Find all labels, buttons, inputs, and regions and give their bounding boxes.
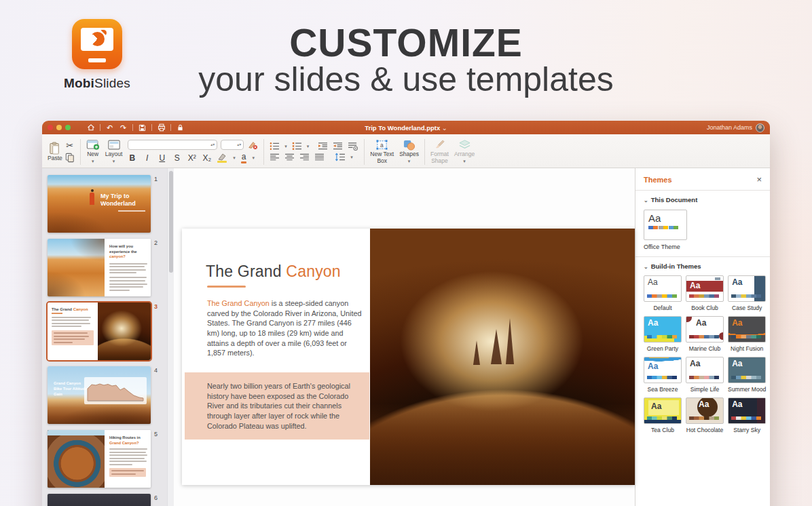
chevron-down-icon[interactable]: ▾ (284, 144, 287, 149)
chevron-down-icon[interactable]: ▾ (350, 155, 353, 160)
subscript-button[interactable]: X₂ (202, 153, 211, 163)
theme-default[interactable]: Aa Default (644, 275, 682, 311)
theme-night-fusion[interactable]: Aa Night Fusion (728, 316, 766, 352)
slide-title-accent: Canyon (286, 262, 340, 280)
slide-5-heading-accent: Grand Canyon? (109, 441, 139, 445)
close-window-button[interactable] (48, 125, 53, 130)
clear-formatting-icon[interactable] (247, 140, 258, 150)
section-this-document[interactable]: ⌄This Document (644, 196, 762, 203)
theme-summer-mood[interactable]: Aa Summer Mood (728, 357, 766, 393)
list-options-icon[interactable] (348, 142, 358, 151)
paste-button[interactable]: Paste (48, 142, 62, 161)
office-theme-label: Office Theme (644, 244, 762, 250)
lock-icon[interactable] (176, 123, 185, 132)
chevron-down-icon[interactable]: ▾ (307, 144, 310, 149)
theme-color-swatches (689, 416, 719, 420)
line-spacing-icon[interactable] (335, 153, 346, 161)
slide-2-photo (48, 239, 105, 296)
numbered-list-icon[interactable] (292, 142, 302, 151)
section-builtin-themes[interactable]: ⌄Build-in Themes (644, 262, 762, 270)
slide-thumbnail-3[interactable]: The Grand Canyon 3 (48, 303, 163, 360)
minimize-window-button[interactable] (56, 125, 62, 130)
new-slide-button[interactable]: New ▾ (86, 139, 100, 163)
ribbon-toolbar: Paste ✂ New ▾ Layout ▾ (42, 134, 770, 168)
cut-icon[interactable]: ✂ (66, 141, 73, 150)
slide-body-text[interactable]: The Grand Canyon is a steep-sided canyon… (207, 298, 363, 358)
toolbar-divider (263, 139, 264, 165)
align-center-icon[interactable] (284, 153, 295, 161)
slide-title[interactable]: The Grand Canyon (206, 262, 341, 281)
italic-button[interactable]: I (143, 153, 151, 163)
slide-3-thumb-selected[interactable]: The Grand Canyon (48, 303, 151, 360)
theme-label: Summer Mood (728, 386, 766, 393)
thumbnail-scrollbar[interactable] (167, 168, 174, 506)
layout-button[interactable]: Layout ▾ (105, 139, 123, 163)
undo-icon[interactable]: ↶ (105, 123, 114, 132)
copy-icon[interactable] (65, 153, 75, 163)
slide-4-thumb[interactable]: Grand Canyon Bike Tour Altitude Gain (48, 366, 151, 424)
font-color-button[interactable]: a (242, 152, 246, 163)
stepper-icon[interactable]: ▴▾ (237, 143, 241, 147)
zoom-window-button[interactable] (65, 125, 71, 130)
theme-marine-club[interactable]: Aa Marine Club (686, 316, 724, 352)
chevron-down-icon: ⌄ (644, 197, 648, 203)
save-icon[interactable] (138, 123, 147, 132)
stepper-icon[interactable]: ▴▾ (210, 143, 215, 147)
scrollbar-handle[interactable] (169, 171, 173, 273)
increase-indent-icon[interactable] (318, 142, 328, 151)
close-panel-icon[interactable]: × (756, 175, 762, 184)
canyon-photo[interactable] (370, 229, 635, 485)
theme-hot-chocolate[interactable]: Aa Hot Chocolate (686, 397, 724, 433)
align-right-icon[interactable] (299, 153, 310, 161)
avatar[interactable] (756, 123, 764, 132)
chevron-down-icon[interactable]: ▾ (252, 155, 255, 161)
slide-6-thumb[interactable] (48, 494, 151, 506)
office-theme-thumb[interactable]: Aa (644, 210, 687, 240)
theme-case-study[interactable]: Aa Case Study (728, 275, 766, 311)
arrange-button[interactable]: Arrange ▾ (454, 139, 475, 163)
slide-5-thumb[interactable]: Hiking Routes in Grand Canyon? (48, 430, 151, 488)
account-area[interactable]: Jonathan Adams (707, 123, 764, 132)
align-left-icon[interactable] (270, 153, 280, 161)
strikethrough-button[interactable]: S (172, 153, 181, 163)
shapes-button[interactable]: Shapes ▾ (399, 139, 419, 163)
slide-thumbnail-6[interactable]: 6 (48, 494, 163, 506)
theme-label: Default (644, 305, 682, 311)
user-name: Jonathan Adams (707, 124, 752, 131)
slide-callout-box[interactable]: Nearly two billion years of Earth's geol… (185, 372, 369, 440)
decrease-indent-icon[interactable] (333, 142, 343, 151)
chevron-down-icon: ▾ (463, 159, 466, 164)
home-icon[interactable] (86, 123, 95, 132)
chevron-down-icon[interactable]: ▾ (233, 155, 236, 161)
slide-1-title: My Trip to Wonderland (100, 193, 145, 208)
slide-thumbnail-5[interactable]: Hiking Routes in Grand Canyon? 5 (48, 430, 163, 488)
slide-2-text-panel: How will you experience the canyon? (105, 239, 151, 296)
slide-1-thumb[interactable]: My Trip to Wonderland (48, 175, 151, 233)
current-slide[interactable]: The Grand Canyon The Grand Canyon is a s… (182, 229, 635, 485)
theme-book-club[interactable]: Aa Book Club (686, 275, 724, 311)
bulleted-list-icon[interactable] (270, 142, 280, 151)
theme-starry-sky[interactable]: Aa Starry Sky (728, 397, 766, 433)
theme-sample-text: Aa (648, 362, 658, 370)
redo-icon[interactable]: ↷ (119, 123, 128, 132)
theme-tea-club[interactable]: Aa Tea Club (644, 397, 682, 433)
underline-button[interactable]: U (158, 153, 166, 163)
superscript-button[interactable]: X² (187, 153, 196, 163)
bold-button[interactable]: B (128, 153, 136, 163)
slide-thumbnail-2[interactable]: How will you experience the canyon? 2 (48, 239, 163, 296)
font-family-select[interactable]: ▴▾ (128, 140, 217, 150)
align-justify-icon[interactable] (314, 153, 325, 161)
new-text-box-button[interactable]: a New Text Box (370, 139, 394, 164)
slide-2-thumb[interactable]: How will you experience the canyon? (48, 239, 151, 296)
print-icon[interactable] (157, 123, 166, 132)
highlight-color-button[interactable] (217, 153, 227, 163)
theme-sea-breeze[interactable]: Aa Sea Breeze (644, 357, 682, 393)
theme-green-party[interactable]: Aa Green Party (644, 316, 682, 352)
slide-thumbnail-1[interactable]: My Trip to Wonderland 1 (48, 175, 163, 233)
font-size-select[interactable]: ▴▾ (221, 140, 244, 150)
theme-simple-life[interactable]: Aa Simple Life (686, 357, 724, 393)
slide-4-chart (84, 377, 147, 404)
format-shape-button[interactable]: Format Shape (430, 139, 449, 164)
theme-label: Starry Sky (728, 427, 766, 433)
slide-thumbnail-4[interactable]: Grand Canyon Bike Tour Altitude Gain 4 (48, 366, 163, 424)
